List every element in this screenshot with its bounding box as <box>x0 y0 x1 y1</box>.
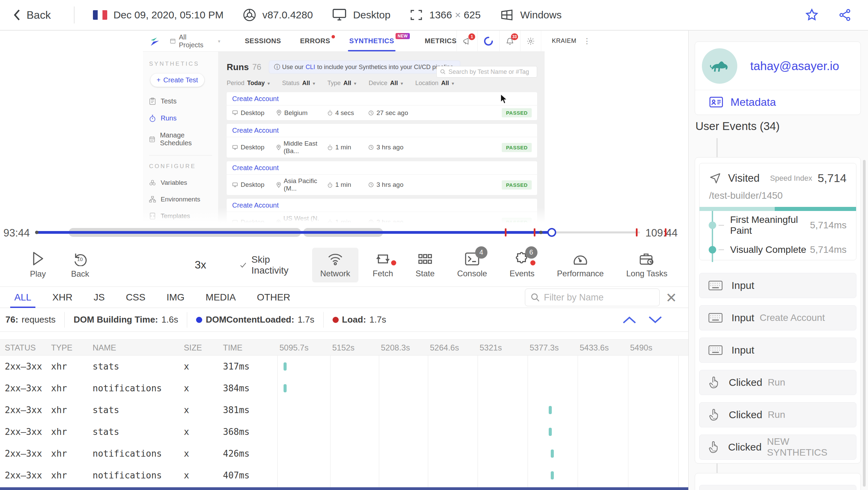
sidebar-item-tests[interactable]: Tests <box>149 97 212 105</box>
error-marker[interactable] <box>636 228 638 236</box>
load-dot <box>333 317 339 323</box>
load-stat: Load: 1.7s <box>333 314 386 325</box>
tool-state[interactable]: State <box>407 248 443 282</box>
error-marker[interactable] <box>534 228 535 236</box>
tab-sessions[interactable]: SESSIONS <box>245 37 281 45</box>
filter-period[interactable]: PeriodToday▾ <box>227 80 270 87</box>
time-col-label: 5490s <box>630 340 652 356</box>
bottom-scroll-indicator[interactable] <box>0 487 688 490</box>
tool-long-tasks[interactable]: Long Tasks <box>618 248 676 282</box>
tool-console[interactable]: 4 Console <box>449 248 495 282</box>
request-timing-bar <box>551 471 554 479</box>
filter-type[interactable]: TypeAll▾ <box>327 80 356 87</box>
sidebar-item-manage-schedules[interactable]: Manage Schedules <box>149 131 212 147</box>
fetch-icon <box>375 252 391 266</box>
request-row[interactable]: 2xx–3xx xhr stats x 317ms <box>0 356 688 377</box>
request-row[interactable]: 2xx–3xx xhr notifications x 384ms <box>0 377 688 399</box>
asayer-logo-icon <box>150 35 160 47</box>
run-name-link[interactable]: Create Account <box>227 199 537 212</box>
play-button[interactable]: Play <box>30 251 46 279</box>
request-row[interactable]: 2xx–3xx xhr notifications x 426ms <box>0 443 688 464</box>
jump-prev-icon[interactable] <box>622 315 637 324</box>
visited-event-card[interactable]: Visited Speed Index 5,714 /test-builder/… <box>699 163 856 260</box>
speed-toggle[interactable]: 3x <box>195 259 206 271</box>
tool-fetch[interactable]: Fetch <box>365 248 401 282</box>
filter-location[interactable]: LocationAll▾ <box>415 80 454 87</box>
keyboard-icon <box>708 313 723 323</box>
net-tab-css[interactable]: CSS <box>126 287 146 308</box>
event-input[interactable]: Input <box>699 273 856 298</box>
user-menu[interactable]: KRAIEM <box>547 37 581 45</box>
event-input[interactable]: Input Create Account <box>699 305 856 330</box>
sidebar-scrollbar[interactable] <box>863 160 866 487</box>
jump-next-icon[interactable] <box>648 315 662 324</box>
share-icon[interactable] <box>838 8 852 22</box>
favorite-star-icon[interactable] <box>805 8 819 22</box>
net-tab-media[interactable]: MEDIA <box>206 287 236 308</box>
metadata-button[interactable]: Metadata <box>695 90 861 114</box>
run-name-link[interactable]: Create Account <box>227 92 537 105</box>
back-button[interactable]: Back <box>13 9 51 21</box>
sidebar-item-runs[interactable]: Runs <box>149 114 212 122</box>
tool-network[interactable]: Network <box>312 248 358 282</box>
monitor-icon <box>232 182 238 187</box>
tab-metrics[interactable]: METRICS <box>425 37 457 45</box>
network-filter-input[interactable] <box>544 292 654 303</box>
net-tab-all[interactable]: ALL <box>14 287 31 308</box>
kebab-menu-icon[interactable]: ⋮ <box>583 37 591 46</box>
event-input[interactable]: Input <box>699 338 856 363</box>
event-clicked[interactable]: Clicked NEW SYNTHETICS <box>699 435 856 460</box>
run-card[interactable]: Create Account Desktop US West (N. Cal..… <box>227 199 537 223</box>
clock-icon <box>368 145 374 150</box>
test-search-box[interactable] <box>436 66 537 78</box>
visited-label: Visited <box>728 172 760 184</box>
notifications-bell-button[interactable]: 33 <box>499 31 520 52</box>
chrome-browser-icon <box>243 8 256 22</box>
net-tab-img[interactable]: IMG <box>166 287 184 308</box>
cli-link[interactable]: CLI <box>306 64 315 71</box>
request-row[interactable]: 2xx–3xx xhr stats x 381ms <box>0 399 688 421</box>
back-10s-button[interactable]: 10 Back <box>71 251 89 279</box>
test-search-input[interactable] <box>448 68 533 76</box>
skip-inactivity-toggle[interactable]: Skip Inactivity <box>240 254 292 276</box>
network-filter-box[interactable] <box>525 289 660 306</box>
gauge-icon <box>573 252 588 266</box>
run-list: Create Account Desktop Belgium 4 secs 27… <box>227 92 537 223</box>
timeline-track[interactable] <box>37 231 640 233</box>
filter-status[interactable]: StatusAll▾ <box>282 80 315 87</box>
announcements-button[interactable]: 1 <box>456 31 477 52</box>
run-card[interactable]: Create Account Desktop Belgium 4 secs 27… <box>227 92 537 120</box>
request-row[interactable]: 2xx–3xx xhr stats x 368ms <box>0 421 688 443</box>
playhead-handle[interactable] <box>547 228 556 237</box>
sidebar-item-environments[interactable]: Environments <box>149 196 212 203</box>
keyboard-icon <box>708 280 723 291</box>
event-clicked[interactable]: Clicked Run <box>699 370 856 395</box>
create-test-button[interactable]: + Create Test <box>150 74 204 87</box>
sync-spinner-icon[interactable] <box>477 31 499 52</box>
project-selector[interactable]: All Projects ▾ <box>165 33 226 49</box>
net-tab-xhr[interactable]: XHR <box>52 287 73 308</box>
error-marker[interactable] <box>505 228 507 236</box>
error-marker[interactable] <box>665 228 666 236</box>
sidebar-item-variables[interactable]: Variables <box>149 179 212 186</box>
close-panel-button[interactable]: ✕ <box>664 290 679 305</box>
run-name-link[interactable]: Create Account <box>227 161 537 175</box>
tool-performance[interactable]: Performance <box>549 248 612 282</box>
net-tab-js[interactable]: JS <box>94 287 105 308</box>
tab-errors[interactable]: ERRORS <box>300 37 331 45</box>
tool-events[interactable]: 6 Events <box>501 248 543 282</box>
request-timing-bar <box>549 406 552 414</box>
settings-gear-button[interactable] <box>520 31 541 52</box>
net-tab-other[interactable]: OTHER <box>257 287 290 308</box>
filter-device[interactable]: DeviceAll▾ <box>369 80 403 87</box>
run-card[interactable]: Create Account Desktop Asia Pacific (M..… <box>227 161 537 195</box>
run-name-link[interactable]: Create Account <box>227 124 537 137</box>
tab-synthetics[interactable]: SYNTHETICS NEW <box>349 37 394 45</box>
event-clicked[interactable]: Clicked Run <box>699 402 856 427</box>
sidebar-item-templates[interactable]: Templates <box>149 212 212 220</box>
network-tabs-row: ALL XHR JS CSS IMG MEDIA OTHER ✕ <box>0 287 688 308</box>
run-card[interactable]: Create Account Desktop Middle East (Ba..… <box>227 124 537 158</box>
user-email[interactable]: tahay@asayer.io <box>750 59 839 73</box>
time-col-label: 5208.3s <box>381 340 410 356</box>
request-row[interactable]: 2xx–3xx xhr notifications x 407ms <box>0 464 688 486</box>
